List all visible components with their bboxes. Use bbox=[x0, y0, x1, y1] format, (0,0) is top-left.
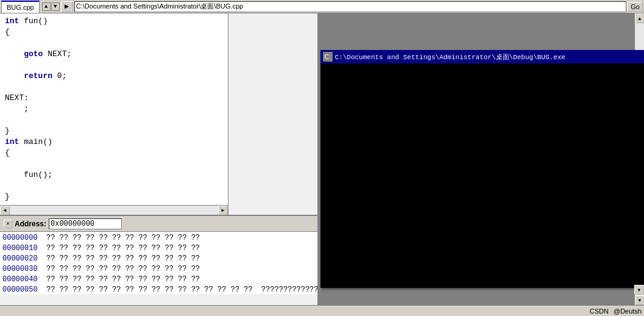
console-body bbox=[320, 63, 645, 288]
code-line-9: ; bbox=[0, 104, 228, 115]
h-scroll-right-btn[interactable]: ▶ bbox=[218, 206, 228, 215]
code-line-3 bbox=[0, 38, 228, 49]
tab-toolbar: BUG.cpp ▲ ▼ ▶ Go bbox=[0, 0, 644, 13]
outer-scroll-up-btn[interactable]: ▲ bbox=[635, 13, 644, 23]
address-input[interactable] bbox=[74, 1, 627, 12]
console-app-icon: C: bbox=[323, 52, 333, 62]
code-line-14 bbox=[0, 159, 228, 170]
go-button[interactable]: Go bbox=[628, 2, 643, 12]
console-titlebar: C: C:\Documents and Settings\Administrat… bbox=[320, 50, 645, 63]
left-panel: int fun() { goto NEXT; return 0; bbox=[0, 13, 317, 305]
console-title: C:\Documents and Settings\Administrator\… bbox=[335, 52, 645, 62]
memory-panel: ✕ Address: 00000000 ?? ?? ?? ?? ?? ?? ??… bbox=[0, 215, 317, 294]
code-line-17: } bbox=[0, 192, 228, 203]
console-body-wrapper: ▲ ▼ bbox=[320, 63, 645, 288]
code-line-1: int fun() bbox=[0, 16, 228, 27]
memory-address-input[interactable] bbox=[49, 218, 122, 229]
mem-row-0: 00000000 ?? ?? ?? ?? ?? ?? ?? ?? ?? ?? ?… bbox=[2, 233, 315, 243]
file-tab-label: BUG.cpp bbox=[7, 4, 34, 11]
status-text-deutsh: @Deutsh bbox=[614, 307, 642, 315]
code-line-11: } bbox=[0, 126, 228, 137]
code-line-15: fun(); bbox=[0, 170, 228, 181]
h-scrollbar: ◀ ▶ bbox=[0, 205, 228, 215]
memory-address-label: Address: bbox=[15, 220, 46, 228]
tab-up-icon: ▲ bbox=[44, 4, 48, 10]
memory-close-btn[interactable]: ✕ bbox=[4, 220, 12, 228]
tab-down-icon: ▼ bbox=[54, 4, 57, 10]
mem-row-1: 00000010 ?? ?? ?? ?? ?? ?? ?? ?? ?? ?? ?… bbox=[2, 243, 315, 254]
h-scroll-track[interactable] bbox=[10, 206, 218, 215]
code-line-8: NEXT: bbox=[0, 93, 228, 104]
nav-forward-icon: ▶ bbox=[65, 2, 69, 11]
tab-controls: ▲ ▼ bbox=[42, 2, 60, 11]
code-line-10 bbox=[0, 115, 228, 126]
code-line-4: goto NEXT; bbox=[0, 49, 228, 60]
code-editor: int fun() { goto NEXT; return 0; bbox=[0, 13, 228, 215]
status-bar: CSDN @Deutsh bbox=[0, 305, 644, 316]
keyword-int-1: int bbox=[5, 16, 19, 27]
memory-content: 00000000 ?? ?? ?? ?? ?? ?? ?? ?? ?? ?? ?… bbox=[0, 232, 317, 294]
code-line-13: { bbox=[0, 148, 228, 159]
file-tab[interactable]: BUG.cpp bbox=[1, 1, 40, 13]
code-line-16 bbox=[0, 181, 228, 192]
code-line-2: { bbox=[0, 27, 228, 38]
tab-up-btn[interactable]: ▲ bbox=[42, 2, 51, 11]
outer-scroll-extra-btn[interactable]: ▼ bbox=[634, 285, 644, 295]
status-text-csdn: CSDN bbox=[590, 307, 609, 315]
code-line-6: return 0; bbox=[0, 71, 228, 82]
mem-row-2: 00000020 ?? ?? ?? ?? ?? ?? ?? ?? ?? ?? ?… bbox=[2, 254, 315, 264]
code-line-12: int main() bbox=[0, 137, 228, 148]
ide-window: BUG.cpp ▲ ▼ ▶ Go int f bbox=[0, 0, 644, 316]
tab-down-btn[interactable]: ▼ bbox=[51, 2, 60, 11]
outer-scroll-down-btn[interactable]: ▼ ▼ bbox=[635, 295, 644, 305]
memory-toolbar: ✕ Address: bbox=[0, 216, 317, 232]
code-line-7 bbox=[0, 82, 228, 93]
nav-forward-btn[interactable]: ▶ bbox=[61, 1, 73, 12]
mem-row-4: 00000040 ?? ?? ?? ?? ?? ?? ?? ?? ?? ?? ?… bbox=[2, 275, 315, 285]
mem-row-5: 00000050 ?? ?? ?? ?? ?? ?? ?? ?? ?? ?? ?… bbox=[2, 285, 315, 294]
right-panel: C: C:\Documents and Settings\Administrat… bbox=[317, 13, 635, 305]
main-layout: int fun() { goto NEXT; return 0; bbox=[0, 13, 644, 305]
code-line-5 bbox=[0, 60, 228, 71]
h-scroll-left-btn[interactable]: ◀ bbox=[0, 206, 10, 215]
code-area: int fun() { goto NEXT; return 0; bbox=[0, 13, 228, 205]
mem-row-3: 00000030 ?? ?? ?? ?? ?? ?? ?? ?? ?? ?? ?… bbox=[2, 264, 315, 275]
console-window: C: C:\Documents and Settings\Administrat… bbox=[320, 50, 645, 288]
